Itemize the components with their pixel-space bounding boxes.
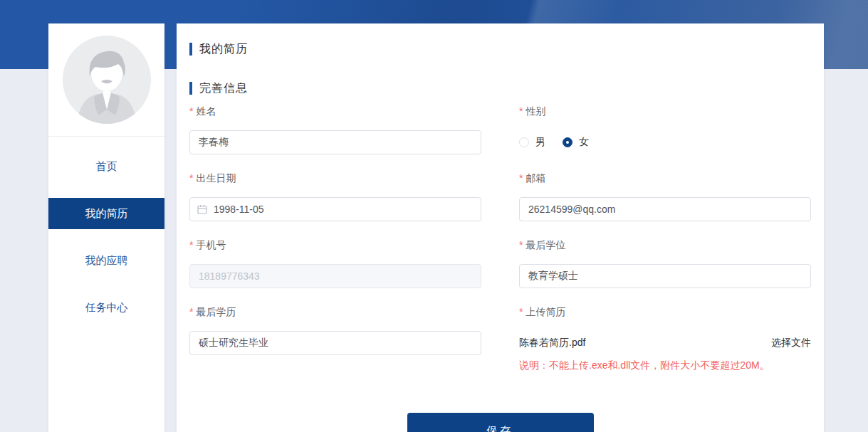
phone-input bbox=[189, 264, 481, 288]
field-birthdate: *出生日期 bbox=[189, 172, 481, 221]
field-label-email: 邮箱 bbox=[525, 172, 545, 184]
main-panel: 我的简历 完善信息 *姓名 *性别 男 女 bbox=[177, 23, 824, 432]
avatar-box bbox=[48, 23, 164, 137]
name-input[interactable] bbox=[189, 130, 481, 154]
field-label-degree: 最后学位 bbox=[525, 239, 565, 251]
sidebar-item-my-applications[interactable]: 我的应聘 bbox=[48, 245, 164, 276]
field-phone: *手机号 bbox=[189, 239, 481, 288]
required-mark: * bbox=[519, 239, 523, 251]
field-label-education: 最后学历 bbox=[196, 306, 236, 317]
field-label-resume: 上传简历 bbox=[525, 306, 565, 317]
gender-radio-female[interactable]: 女 bbox=[563, 136, 589, 149]
field-resume-upload: *上传简历 陈春若简历.pdf 选择文件 说明：不能上传.exe和.dll文件，… bbox=[519, 306, 811, 372]
required-mark: * bbox=[519, 172, 523, 184]
field-label-birthdate: 出生日期 bbox=[196, 172, 236, 184]
title-bar-accent bbox=[189, 43, 192, 56]
required-mark: * bbox=[189, 172, 193, 184]
save-button[interactable]: 保存 bbox=[407, 413, 594, 432]
sidebar: 首页 我的简历 我的应聘 任务中心 bbox=[48, 23, 164, 432]
required-mark: * bbox=[189, 105, 193, 117]
email-input[interactable] bbox=[519, 197, 811, 221]
degree-input[interactable] bbox=[519, 264, 811, 288]
gender-radio-male[interactable]: 男 bbox=[519, 136, 545, 149]
calendar-icon bbox=[197, 204, 207, 214]
field-label-gender: 性别 bbox=[525, 105, 545, 117]
field-gender: *性别 男 女 bbox=[519, 105, 811, 154]
sidebar-item-home[interactable]: 首页 bbox=[48, 151, 164, 182]
required-mark: * bbox=[519, 306, 523, 317]
birthdate-input[interactable] bbox=[189, 197, 481, 221]
sidebar-item-task-center[interactable]: 任务中心 bbox=[48, 292, 164, 323]
required-mark: * bbox=[189, 239, 193, 251]
page-title: 我的简历 bbox=[189, 43, 811, 56]
title-bar-accent bbox=[189, 82, 192, 95]
upload-note: 说明：不能上传.exe和.dll文件，附件大小不要超过20M。 bbox=[519, 359, 811, 372]
resume-file-name: 陈春若简历.pdf bbox=[519, 337, 585, 349]
section-title: 完善信息 bbox=[189, 82, 811, 95]
required-mark: * bbox=[519, 105, 523, 117]
avatar bbox=[63, 36, 151, 124]
profile-form: *姓名 *性别 男 女 *出生日期 bbox=[189, 105, 811, 390]
sidebar-item-my-resume[interactable]: 我的简历 bbox=[48, 198, 164, 229]
education-input[interactable] bbox=[189, 331, 481, 355]
choose-file-button[interactable]: 选择文件 bbox=[771, 337, 811, 349]
required-mark: * bbox=[189, 306, 193, 317]
field-email: *邮箱 bbox=[519, 172, 811, 221]
field-education: *最后学历 bbox=[189, 306, 481, 372]
sidebar-menu: 首页 我的简历 我的应聘 任务中心 bbox=[48, 137, 164, 323]
field-name: *姓名 bbox=[189, 105, 481, 154]
field-label-name: 姓名 bbox=[196, 105, 216, 117]
radio-checked-icon bbox=[563, 137, 572, 147]
field-label-phone: 手机号 bbox=[196, 239, 226, 251]
radio-icon bbox=[519, 137, 529, 147]
field-degree: *最后学位 bbox=[519, 239, 811, 288]
